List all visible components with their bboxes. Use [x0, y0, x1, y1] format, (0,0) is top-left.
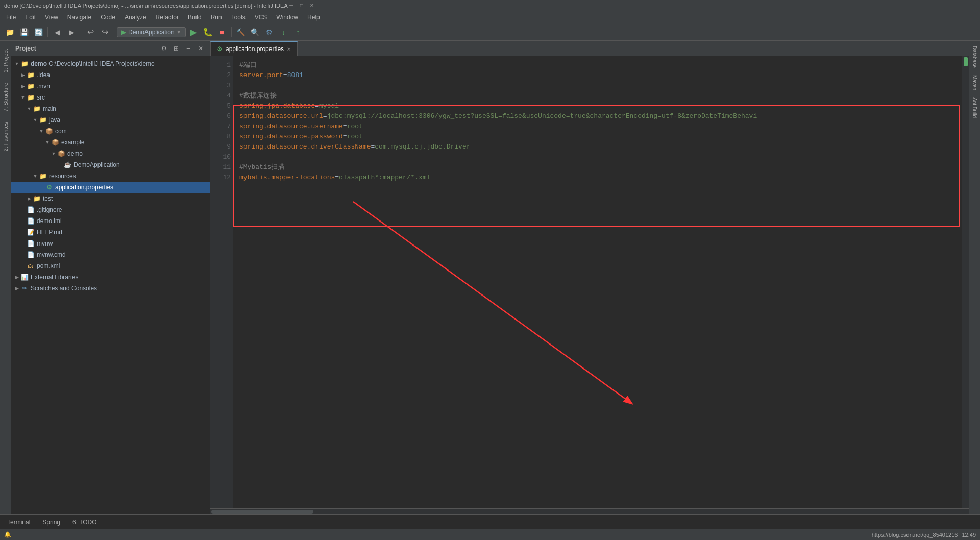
line-num-12: 12 — [212, 173, 231, 183]
tree-arrow-main: ▼ — [26, 105, 33, 112]
tab-application-properties[interactable]: ⚙ application.properties ✕ — [210, 41, 298, 56]
menu-tools[interactable]: Tools — [227, 13, 250, 22]
menu-edit[interactable]: Edit — [21, 13, 40, 22]
panel-collapse-button[interactable]: – — [183, 43, 193, 54]
horizontal-scrollbar-thumb[interactable] — [211, 510, 313, 514]
md-icon: 📝 — [27, 228, 35, 236]
run-button[interactable]: ▶ — [187, 26, 200, 39]
redo-button[interactable]: ↪ — [98, 26, 111, 39]
csdn-url: https://blog.csdn.net/qq_85401216 — [872, 532, 958, 538]
menu-refactor[interactable]: Refactor — [152, 13, 183, 22]
right-sidebar: Database Maven Ant Build — [969, 41, 980, 514]
tree-root-demo[interactable]: ▼ 📁 demo C:\Develop\IntelliJ IDEA Projec… — [11, 58, 210, 69]
minimize-button[interactable]: ─ — [288, 2, 295, 9]
tree-help-md[interactable]: ▶ 📝 HELP.md — [11, 227, 210, 238]
status-url[interactable]: https://blog.csdn.net/qq_85401216 — [872, 532, 958, 538]
menu-file[interactable]: File — [2, 13, 20, 22]
git-update-button[interactable]: ↓ — [277, 26, 290, 39]
tree-main[interactable]: ▼ 📁 main — [11, 103, 210, 114]
undo-button[interactable]: ↩ — [84, 26, 97, 39]
tree-src[interactable]: ▼ 📁 src — [11, 92, 210, 103]
gitignore-icon: 📄 — [27, 206, 35, 214]
forward-button[interactable]: ▶ — [65, 26, 78, 39]
open-button[interactable]: 📁 — [3, 26, 16, 39]
tab-close-button[interactable]: ✕ — [287, 46, 291, 52]
resources-folder-icon: 📁 — [39, 172, 47, 180]
menu-run[interactable]: Run — [207, 13, 226, 22]
bottom-panel: Terminal Spring 6: TODO — [0, 514, 980, 529]
tree-example[interactable]: ▼ 📦 example — [11, 137, 210, 148]
tree-arrow-com: ▼ — [38, 128, 45, 135]
menu-navigate[interactable]: Navigate — [63, 13, 95, 22]
menu-help[interactable]: Help — [303, 13, 324, 22]
tree-demo-iml[interactable]: ▶ 📄 demo.iml — [11, 215, 210, 227]
panel-gear-button[interactable]: ⚙ — [159, 43, 169, 54]
tree-mvn[interactable]: ▶ 📁 .mvn — [11, 81, 210, 92]
tree-demo-application[interactable]: ▶ ☕ DemoApplication — [11, 159, 210, 170]
tree-arrow-scratches: ▶ — [13, 285, 20, 292]
build-button[interactable]: 🔨 — [234, 26, 248, 39]
title-text: demo [C:\Develop\IntelliJ IDEA Projects\… — [4, 3, 288, 9]
search-button[interactable]: 🔍 — [249, 26, 262, 39]
structure-tab-button[interactable]: 7: Structure — [1, 79, 10, 116]
line-col-indicator[interactable]: 12:49 — [962, 532, 976, 538]
panel-layout-button[interactable]: ⊞ — [171, 43, 181, 54]
menu-analyze[interactable]: Analyze — [120, 13, 151, 22]
tree-pom-xml[interactable]: ▶ 🗂 pom.xml — [11, 260, 210, 272]
line-num-7: 7 — [212, 121, 231, 132]
debug-button[interactable]: 🐛 — [201, 26, 214, 39]
project-panel: Project ⚙ ⊞ – ✕ ▼ 📁 demo C:\Develop\Inte… — [11, 41, 210, 514]
demo-package-icon: 📦 — [57, 150, 65, 158]
project-panel-title: Project — [15, 45, 157, 52]
back-button[interactable]: ◀ — [51, 26, 64, 39]
tree-scratches[interactable]: ▶ ✏ Scratches and Consoles — [11, 283, 210, 294]
toolbar: 📁 💾 🔄 ◀ ▶ ↩ ↪ ▶ DemoApplication ▼ ▶ 🐛 ■ … — [0, 23, 980, 41]
horizontal-scrollbar-track[interactable] — [210, 508, 969, 514]
tree-demo-package[interactable]: ▼ 📦 demo — [11, 148, 210, 159]
line-num-8: 8 — [212, 132, 231, 142]
window-controls: ─ □ ✕ — [288, 2, 315, 9]
sync-button[interactable]: 🔄 — [32, 26, 45, 39]
tree-java[interactable]: ▼ 📁 java — [11, 114, 210, 126]
tree-resources[interactable]: ▼ 📁 resources — [11, 170, 210, 182]
menu-code[interactable]: Code — [96, 13, 119, 22]
git-push-button[interactable]: ↑ — [291, 26, 305, 39]
tree-application-properties[interactable]: ▶ ⚙ application.properties — [11, 182, 210, 193]
left-sidebar: 1: Project 7: Structure 2: Favorites — [0, 41, 11, 514]
tree-external-libraries[interactable]: ▶ 📊 External Libraries — [11, 272, 210, 283]
iml-icon: 📄 — [27, 217, 35, 225]
maven-tab[interactable]: Maven — [971, 72, 978, 93]
tree-arrow-ext-libs: ▶ — [13, 274, 20, 281]
tree-com[interactable]: ▼ 📦 com — [11, 126, 210, 137]
ant-build-tab[interactable]: Ant Build — [971, 94, 978, 121]
tree-mvnw[interactable]: ▶ 📄 mvnw — [11, 238, 210, 249]
run-config-selector[interactable]: ▶ DemoApplication ▼ — [117, 27, 186, 37]
spring-tab[interactable]: Spring — [37, 517, 65, 528]
database-tab[interactable]: Database — [971, 43, 978, 71]
menu-window[interactable]: Window — [272, 13, 302, 22]
maximize-button[interactable]: □ — [298, 2, 305, 9]
save-all-button[interactable]: 💾 — [17, 26, 31, 39]
terminal-tab[interactable]: Terminal — [2, 517, 35, 528]
event-log-icon[interactable]: 🔔 — [4, 531, 11, 538]
settings-button[interactable]: ⚙ — [263, 26, 276, 39]
stop-button[interactable]: ■ — [215, 26, 229, 39]
todo-tab[interactable]: 6: TODO — [67, 517, 102, 528]
menu-build[interactable]: Build — [184, 13, 206, 22]
folder-icon: 📁 — [20, 60, 29, 68]
tree-mvnw-cmd[interactable]: ▶ 📄 mvnw.cmd — [11, 249, 210, 260]
favorites-tab-button[interactable]: 2: Favorites — [1, 118, 10, 155]
tree-idea[interactable]: ▶ 📁 .idea — [11, 69, 210, 81]
panel-close-button[interactable]: ✕ — [195, 43, 206, 54]
tree-gitignore[interactable]: ▶ 📄 .gitignore — [11, 204, 210, 215]
idea-folder-icon: 📁 — [27, 71, 35, 79]
code-editor[interactable]: #端口 server.port=8081 #数据库连接 spring.jpa.d… — [233, 56, 969, 508]
close-button[interactable]: ✕ — [308, 2, 315, 9]
project-tab-button[interactable]: 1: Project — [1, 45, 10, 77]
vertical-scrollbar[interactable] — [962, 56, 969, 508]
status-bar: 🔔 https://blog.csdn.net/qq_85401216 12:4… — [0, 529, 980, 540]
menu-view[interactable]: View — [41, 13, 62, 22]
menu-vcs[interactable]: VCS — [251, 13, 272, 22]
script-icon: 📄 — [27, 239, 35, 248]
tree-test[interactable]: ▶ 📁 test — [11, 193, 210, 204]
